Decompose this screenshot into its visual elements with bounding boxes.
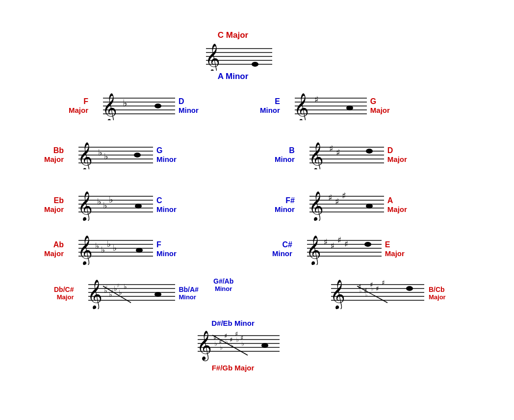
svg-text:𝄞: 𝄞	[306, 236, 321, 265]
bcb-major-type: Major	[429, 293, 446, 301]
ab-major-type: Major	[44, 249, 64, 258]
c-major-staff: 𝄞	[191, 41, 275, 71]
eb-major-group: Eb Major 𝄞 ♭ ♭ ♭ C Minor	[44, 189, 177, 221]
svg-text:♭: ♭	[220, 344, 223, 351]
svg-text:♭: ♭	[371, 286, 374, 292]
bb-label: Bb	[53, 146, 64, 155]
db-major-group: Db/C# Major 𝄞 ♭ ♭ ♭ ♭ ♭ ♯ ♯ ♯ Bb/A# Mino…	[54, 277, 199, 309]
svg-text:𝄞: 𝄞	[308, 191, 324, 221]
g-minor-label: G	[156, 146, 162, 155]
svg-point-6	[252, 62, 258, 67]
svg-text:♭: ♭	[101, 245, 105, 255]
eb-label: Eb	[54, 196, 64, 205]
g-label: G	[370, 97, 376, 106]
fsharp-minor-group: F# Minor 𝄞 ♯ ♯ ♯ A Major	[275, 189, 407, 221]
d-major-type: Major	[387, 155, 407, 163]
e-major-label: E	[385, 240, 390, 249]
dsharp-eb-group: D#/Eb Minor 𝄞 ♯ ♯ ♯ ♯ ♯ ♯ ♭ ♭ ♭ ♭ ♭ ♭ F#…	[184, 319, 282, 372]
f-minor-type: Minor	[156, 249, 177, 258]
svg-text:♭: ♭	[109, 195, 113, 205]
svg-text:♭: ♭	[123, 98, 127, 108]
ab-major-group: Ab Major 𝄞 ♭ ♭ ♭ ♭ F Minor	[44, 233, 177, 265]
svg-point-14	[154, 104, 161, 108]
svg-text:𝄞: 𝄞	[330, 280, 345, 309]
bcb-major-staff: 𝄞 ♯ ♯ ♯ ♯ ♯ ♭ ♭ ♭	[329, 277, 427, 309]
f-major-staff: 𝄞 ♭	[89, 91, 178, 120]
svg-text:♯: ♯	[324, 237, 328, 247]
bbasharp-label: Bb/A#	[179, 286, 198, 293]
svg-text:♯: ♯	[314, 95, 319, 105]
svg-point-40	[366, 149, 373, 154]
db-label: Db/C#	[54, 286, 74, 293]
c-minor-label: C	[156, 196, 162, 205]
fsharp-minor-type: Minor	[275, 205, 295, 213]
db-major-type: Major	[57, 293, 74, 301]
a-major-type: Major	[387, 205, 407, 213]
g-minor-type: Minor	[156, 155, 177, 163]
f-label: F	[83, 97, 88, 106]
csharp-minor-staff: 𝄞 ♯ ♯ ♯ ♯	[293, 233, 384, 265]
e-major-type: Major	[385, 249, 405, 258]
g-major-type: Major	[370, 106, 390, 114]
fsharp-minor-staff: 𝄞 ♯ ♯ ♯	[296, 189, 386, 221]
db-major-staff: 𝄞 ♭ ♭ ♭ ♭ ♭ ♯ ♯ ♯	[75, 277, 178, 309]
bcb-major-group: 𝄞 ♯ ♯ ♯ ♯ ♯ ♭ ♭ ♭ B/Cb Major	[329, 277, 446, 309]
csharp-minor-group: C# Minor 𝄞 ♯ ♯ ♯ ♯ E Major	[272, 233, 405, 265]
a-major-label: A	[387, 196, 393, 205]
svg-text:♯: ♯	[376, 285, 379, 292]
svg-text:♭: ♭	[119, 289, 122, 296]
fsharp-label: F#	[285, 196, 295, 205]
svg-text:♭: ♭	[98, 148, 102, 158]
svg-text:♯: ♯	[337, 236, 341, 245]
c-major-group: C Major 𝄞 A Minor	[191, 30, 275, 81]
svg-text:♭: ♭	[103, 201, 107, 210]
svg-text:𝄞: 𝄞	[77, 191, 93, 221]
eb-major-type: Major	[44, 205, 64, 213]
fsharpgb-staff: 𝄞 ♯ ♯ ♯ ♯ ♯ ♯ ♭ ♭ ♭ ♭ ♭ ♭	[184, 328, 282, 363]
svg-text:𝄞: 𝄞	[102, 93, 117, 120]
g-major-staff: 𝄞 ♯	[281, 91, 369, 120]
bcb-label: B/Cb	[429, 286, 445, 293]
svg-text:♯: ♯	[117, 282, 120, 289]
svg-text:♯: ♯	[335, 197, 339, 207]
svg-text:♯: ♯	[344, 239, 348, 249]
svg-point-98	[154, 292, 161, 297]
ab-label: Ab	[53, 240, 64, 249]
b-minor-group: B Minor 𝄞 ♯ ♯ D Major	[275, 140, 407, 169]
svg-text:♭: ♭	[107, 239, 111, 249]
bb-major-group: Bb Major 𝄞 ♭ ♭ G Minor	[44, 140, 177, 169]
gshabminor-label: G#/Ab Minor	[213, 277, 233, 292]
ab-major-staff: 𝄞 ♭ ♭ ♭ ♭	[65, 233, 155, 265]
svg-text:♯: ♯	[336, 148, 340, 158]
svg-text:𝄞: 𝄞	[308, 142, 324, 169]
c-minor-type: Minor	[156, 205, 177, 213]
svg-text:♭: ♭	[236, 336, 239, 343]
c-major-label: C Major	[218, 30, 248, 40]
bbasharp-minor-type: Minor	[179, 293, 196, 301]
svg-text:♯: ♯	[382, 279, 385, 287]
e-minor-type: Minor	[260, 106, 280, 114]
svg-text:♭: ♭	[241, 340, 244, 347]
f-minor-label: F	[156, 240, 161, 249]
g-major-group: E Minor 𝄞 ♯ G Major	[260, 91, 390, 120]
csharp-label: C#	[282, 240, 292, 249]
svg-text:𝄞: 𝄞	[197, 331, 212, 362]
svg-text:𝄞: 𝄞	[77, 142, 93, 169]
bb-major-type: Major	[44, 155, 64, 163]
svg-point-60	[366, 204, 373, 209]
svg-point-82	[364, 242, 371, 247]
d-label: D	[179, 97, 184, 106]
svg-text:♭: ♭	[113, 243, 117, 253]
svg-text:♭: ♭	[104, 152, 108, 161]
svg-text:♭: ♭	[95, 241, 99, 251]
svg-text:𝄞: 𝄞	[294, 93, 309, 120]
svg-point-22	[346, 105, 353, 110]
fsharpgb-major-label: F#/Gb Major	[212, 364, 255, 372]
svg-point-71	[136, 248, 143, 253]
f-major-type: Major	[69, 106, 88, 114]
b-minor-staff: 𝄞 ♯ ♯	[296, 140, 386, 169]
svg-text:♭: ♭	[225, 338, 228, 345]
svg-text:𝄞: 𝄞	[87, 280, 103, 309]
svg-text:♯: ♯	[331, 241, 334, 251]
svg-text:♯: ♯	[328, 193, 333, 203]
